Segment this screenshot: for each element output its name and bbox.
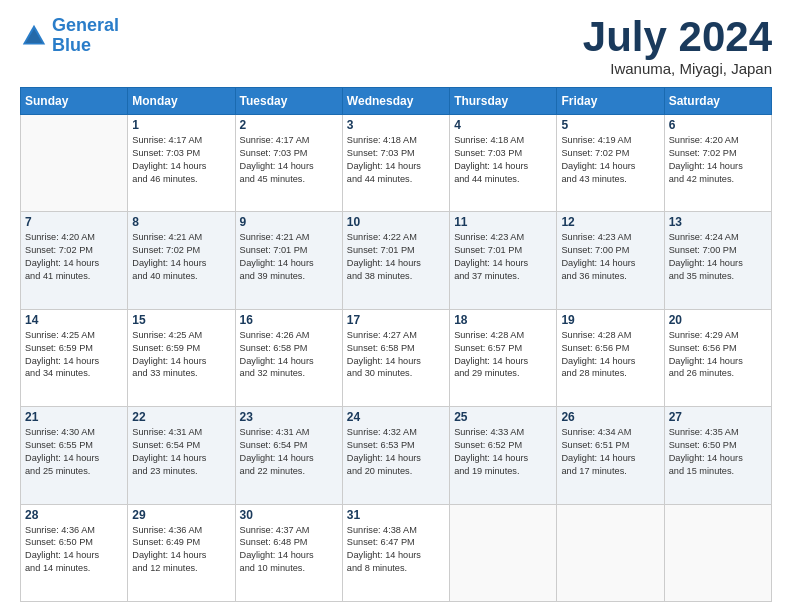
cell-info: Sunrise: 4:32 AMSunset: 6:53 PMDaylight:… xyxy=(347,426,445,478)
cell-info: Sunrise: 4:28 AMSunset: 6:57 PMDaylight:… xyxy=(454,329,552,381)
cell-info: Sunrise: 4:24 AMSunset: 7:00 PMDaylight:… xyxy=(669,231,767,283)
month-title: July 2024 xyxy=(583,16,772,58)
calendar-cell xyxy=(664,504,771,601)
calendar-cell: 1Sunrise: 4:17 AMSunset: 7:03 PMDaylight… xyxy=(128,115,235,212)
calendar-cell: 2Sunrise: 4:17 AMSunset: 7:03 PMDaylight… xyxy=(235,115,342,212)
cell-info: Sunrise: 4:21 AMSunset: 7:02 PMDaylight:… xyxy=(132,231,230,283)
calendar-cell: 25Sunrise: 4:33 AMSunset: 6:52 PMDayligh… xyxy=(450,407,557,504)
cell-info: Sunrise: 4:19 AMSunset: 7:02 PMDaylight:… xyxy=(561,134,659,186)
logo-text: GeneralBlue xyxy=(52,16,119,56)
calendar-cell: 13Sunrise: 4:24 AMSunset: 7:00 PMDayligh… xyxy=(664,212,771,309)
calendar-cell: 14Sunrise: 4:25 AMSunset: 6:59 PMDayligh… xyxy=(21,309,128,406)
calendar-cell xyxy=(21,115,128,212)
calendar-cell: 29Sunrise: 4:36 AMSunset: 6:49 PMDayligh… xyxy=(128,504,235,601)
calendar-cell: 7Sunrise: 4:20 AMSunset: 7:02 PMDaylight… xyxy=(21,212,128,309)
cell-info: Sunrise: 4:34 AMSunset: 6:51 PMDaylight:… xyxy=(561,426,659,478)
day-number: 16 xyxy=(240,313,338,327)
calendar-cell: 31Sunrise: 4:38 AMSunset: 6:47 PMDayligh… xyxy=(342,504,449,601)
col-header-friday: Friday xyxy=(557,88,664,115)
calendar-cell: 23Sunrise: 4:31 AMSunset: 6:54 PMDayligh… xyxy=(235,407,342,504)
calendar-cell xyxy=(450,504,557,601)
calendar-cell: 9Sunrise: 4:21 AMSunset: 7:01 PMDaylight… xyxy=(235,212,342,309)
cell-info: Sunrise: 4:31 AMSunset: 6:54 PMDaylight:… xyxy=(132,426,230,478)
logo-icon xyxy=(20,22,48,50)
day-number: 15 xyxy=(132,313,230,327)
day-number: 24 xyxy=(347,410,445,424)
page: GeneralBlue July 2024 Iwanuma, Miyagi, J… xyxy=(0,0,792,612)
cell-info: Sunrise: 4:30 AMSunset: 6:55 PMDaylight:… xyxy=(25,426,123,478)
cell-info: Sunrise: 4:25 AMSunset: 6:59 PMDaylight:… xyxy=(25,329,123,381)
cell-info: Sunrise: 4:20 AMSunset: 7:02 PMDaylight:… xyxy=(669,134,767,186)
calendar-cell: 21Sunrise: 4:30 AMSunset: 6:55 PMDayligh… xyxy=(21,407,128,504)
day-number: 2 xyxy=(240,118,338,132)
calendar-week-row: 28Sunrise: 4:36 AMSunset: 6:50 PMDayligh… xyxy=(21,504,772,601)
day-number: 17 xyxy=(347,313,445,327)
cell-info: Sunrise: 4:25 AMSunset: 6:59 PMDaylight:… xyxy=(132,329,230,381)
calendar-cell: 4Sunrise: 4:18 AMSunset: 7:03 PMDaylight… xyxy=(450,115,557,212)
location: Iwanuma, Miyagi, Japan xyxy=(583,60,772,77)
cell-info: Sunrise: 4:31 AMSunset: 6:54 PMDaylight:… xyxy=(240,426,338,478)
cell-info: Sunrise: 4:27 AMSunset: 6:58 PMDaylight:… xyxy=(347,329,445,381)
col-header-wednesday: Wednesday xyxy=(342,88,449,115)
day-number: 22 xyxy=(132,410,230,424)
col-header-saturday: Saturday xyxy=(664,88,771,115)
logo: GeneralBlue xyxy=(20,16,119,56)
day-number: 5 xyxy=(561,118,659,132)
calendar-cell: 22Sunrise: 4:31 AMSunset: 6:54 PMDayligh… xyxy=(128,407,235,504)
day-number: 4 xyxy=(454,118,552,132)
day-number: 26 xyxy=(561,410,659,424)
cell-info: Sunrise: 4:37 AMSunset: 6:48 PMDaylight:… xyxy=(240,524,338,576)
calendar-cell: 18Sunrise: 4:28 AMSunset: 6:57 PMDayligh… xyxy=(450,309,557,406)
calendar-cell: 19Sunrise: 4:28 AMSunset: 6:56 PMDayligh… xyxy=(557,309,664,406)
cell-info: Sunrise: 4:33 AMSunset: 6:52 PMDaylight:… xyxy=(454,426,552,478)
calendar-cell: 15Sunrise: 4:25 AMSunset: 6:59 PMDayligh… xyxy=(128,309,235,406)
day-number: 6 xyxy=(669,118,767,132)
cell-info: Sunrise: 4:36 AMSunset: 6:50 PMDaylight:… xyxy=(25,524,123,576)
calendar-cell: 10Sunrise: 4:22 AMSunset: 7:01 PMDayligh… xyxy=(342,212,449,309)
cell-info: Sunrise: 4:28 AMSunset: 6:56 PMDaylight:… xyxy=(561,329,659,381)
cell-info: Sunrise: 4:22 AMSunset: 7:01 PMDaylight:… xyxy=(347,231,445,283)
calendar-header-row: SundayMondayTuesdayWednesdayThursdayFrid… xyxy=(21,88,772,115)
calendar-table: SundayMondayTuesdayWednesdayThursdayFrid… xyxy=(20,87,772,602)
calendar-cell: 8Sunrise: 4:21 AMSunset: 7:02 PMDaylight… xyxy=(128,212,235,309)
day-number: 19 xyxy=(561,313,659,327)
cell-info: Sunrise: 4:35 AMSunset: 6:50 PMDaylight:… xyxy=(669,426,767,478)
calendar-week-row: 7Sunrise: 4:20 AMSunset: 7:02 PMDaylight… xyxy=(21,212,772,309)
col-header-monday: Monday xyxy=(128,88,235,115)
calendar-cell: 24Sunrise: 4:32 AMSunset: 6:53 PMDayligh… xyxy=(342,407,449,504)
day-number: 7 xyxy=(25,215,123,229)
title-block: July 2024 Iwanuma, Miyagi, Japan xyxy=(583,16,772,77)
calendar-cell: 16Sunrise: 4:26 AMSunset: 6:58 PMDayligh… xyxy=(235,309,342,406)
calendar-cell: 28Sunrise: 4:36 AMSunset: 6:50 PMDayligh… xyxy=(21,504,128,601)
cell-info: Sunrise: 4:29 AMSunset: 6:56 PMDaylight:… xyxy=(669,329,767,381)
calendar-cell: 3Sunrise: 4:18 AMSunset: 7:03 PMDaylight… xyxy=(342,115,449,212)
day-number: 14 xyxy=(25,313,123,327)
col-header-thursday: Thursday xyxy=(450,88,557,115)
calendar-week-row: 14Sunrise: 4:25 AMSunset: 6:59 PMDayligh… xyxy=(21,309,772,406)
cell-info: Sunrise: 4:18 AMSunset: 7:03 PMDaylight:… xyxy=(454,134,552,186)
cell-info: Sunrise: 4:26 AMSunset: 6:58 PMDaylight:… xyxy=(240,329,338,381)
cell-info: Sunrise: 4:20 AMSunset: 7:02 PMDaylight:… xyxy=(25,231,123,283)
day-number: 11 xyxy=(454,215,552,229)
day-number: 3 xyxy=(347,118,445,132)
calendar-cell: 20Sunrise: 4:29 AMSunset: 6:56 PMDayligh… xyxy=(664,309,771,406)
day-number: 20 xyxy=(669,313,767,327)
cell-info: Sunrise: 4:23 AMSunset: 7:01 PMDaylight:… xyxy=(454,231,552,283)
day-number: 30 xyxy=(240,508,338,522)
day-number: 29 xyxy=(132,508,230,522)
day-number: 23 xyxy=(240,410,338,424)
day-number: 8 xyxy=(132,215,230,229)
calendar-cell: 27Sunrise: 4:35 AMSunset: 6:50 PMDayligh… xyxy=(664,407,771,504)
cell-info: Sunrise: 4:23 AMSunset: 7:00 PMDaylight:… xyxy=(561,231,659,283)
day-number: 10 xyxy=(347,215,445,229)
calendar-cell: 17Sunrise: 4:27 AMSunset: 6:58 PMDayligh… xyxy=(342,309,449,406)
calendar-week-row: 21Sunrise: 4:30 AMSunset: 6:55 PMDayligh… xyxy=(21,407,772,504)
day-number: 28 xyxy=(25,508,123,522)
calendar-cell: 30Sunrise: 4:37 AMSunset: 6:48 PMDayligh… xyxy=(235,504,342,601)
calendar-cell xyxy=(557,504,664,601)
day-number: 1 xyxy=(132,118,230,132)
day-number: 31 xyxy=(347,508,445,522)
calendar-cell: 6Sunrise: 4:20 AMSunset: 7:02 PMDaylight… xyxy=(664,115,771,212)
day-number: 13 xyxy=(669,215,767,229)
cell-info: Sunrise: 4:18 AMSunset: 7:03 PMDaylight:… xyxy=(347,134,445,186)
